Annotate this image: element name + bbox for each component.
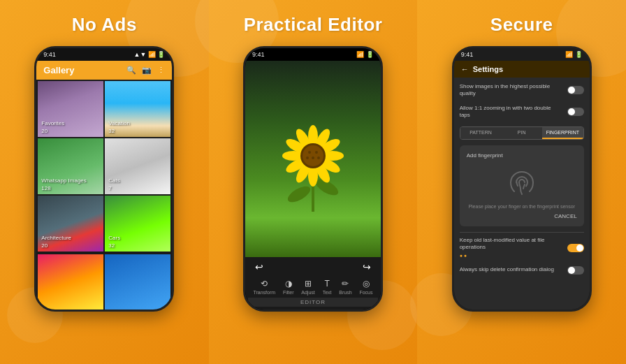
album-favorites-label: Favorites20 (41, 119, 64, 135)
panel-no-ads: No Ads 9:41 ▲▼ 📶 🔋 Gallery 🔍 📷 ⋮ (0, 0, 209, 364)
phone-screen-gallery: 9:41 ▲▼ 📶 🔋 Gallery 🔍 📷 ⋮ Favorites20 (36, 48, 172, 310)
tool-filter[interactable]: ◑ Filter (283, 279, 294, 295)
cancel-button[interactable]: CANCEL (467, 213, 577, 219)
time-1: 9:41 (43, 51, 56, 58)
editor-photo-area (245, 61, 381, 257)
divider-1 (460, 232, 584, 233)
svg-point-18 (315, 151, 318, 154)
toggle-modified[interactable] (567, 244, 584, 252)
security-tab-group: PATTERN PIN FINGERPRINT (460, 126, 584, 140)
setting-row-delete: Always skip delete confirmation dialog (460, 266, 584, 275)
tool-brush[interactable]: ✏ Brush (339, 279, 351, 295)
tool-label-filter: Filter (283, 290, 294, 295)
tool-label-text: Text (323, 290, 332, 295)
svg-point-19 (312, 156, 314, 159)
setting-row-modified: Keep old last-modified value at file ope… (460, 237, 584, 259)
tool-label-brush: Brush (339, 290, 351, 295)
gallery-title: Gallery (43, 65, 74, 75)
more-icon[interactable]: ⋮ (157, 66, 165, 75)
back-arrow-icon[interactable]: ← (461, 65, 469, 73)
setting-accent-1: ● ● (460, 252, 562, 259)
signal-icons-2: 📶 🔋 (356, 51, 374, 58)
album-extra[interactable] (105, 254, 170, 310)
setting-label-modified: Keep old last-modified value at file ope… (460, 237, 567, 259)
filter-icon: ◑ (285, 279, 292, 289)
svg-point-21 (317, 156, 320, 159)
fingerprint-hint: Please place your finger on the fingerpr… (467, 203, 577, 210)
settings-title: Settings (473, 65, 503, 73)
setting-label-delete: Always skip delete confirmation dialog (460, 266, 567, 273)
album-vacation-label: Vacation32 (108, 119, 130, 135)
tool-focus[interactable]: ◎ Focus (359, 279, 372, 295)
editor-controls: ↩ ↪ (248, 261, 378, 272)
toggle-quality[interactable] (567, 86, 584, 94)
editor-label-text: EDITOR (300, 299, 326, 305)
editor-tools: ⟲ Transform ◑ Filter ⊞ Adjust T Text (248, 276, 378, 298)
album-cars-label: Cars32 (108, 234, 120, 249)
redo-button[interactable]: ↪ (363, 261, 371, 272)
editor-toolbar: ↩ ↪ ⟲ Transform ◑ Filter ⊞ Adjust (245, 257, 381, 310)
toggle-zoom[interactable] (567, 108, 584, 116)
settings-content: Show images in the highest possible qual… (454, 78, 590, 310)
toggle-delete[interactable] (567, 266, 584, 275)
album-cars[interactable]: Cars32 (105, 196, 170, 252)
album-art[interactable] (38, 254, 103, 310)
gallery-action-icons: 🔍 📷 ⋮ (126, 66, 165, 75)
fingerprint-title: Add fingerprint (467, 152, 577, 159)
tool-label-transform: Transform (253, 290, 275, 295)
phone-gallery: 9:41 ▲▼ 📶 🔋 Gallery 🔍 📷 ⋮ Favorites20 (34, 46, 174, 312)
search-icon[interactable]: 🔍 (126, 66, 136, 75)
panel-secure: Secure 9:41 📶 🔋 ← Settings Show images i… (417, 0, 626, 364)
settings-header: ← Settings (454, 61, 590, 78)
album-favorites[interactable]: Favorites20 (38, 81, 103, 137)
setting-row-zoom: Allow 1:1 zooming in with two double tap… (460, 105, 584, 119)
time-3: 9:41 (461, 51, 474, 58)
signal-icons-3: 📶 🔋 (565, 51, 583, 58)
setting-row-quality: Show images in the highest possible qual… (460, 83, 584, 98)
tab-pin[interactable]: PIN (501, 127, 542, 139)
album-cats-label: Cats7 (108, 177, 119, 192)
album-whatsapp[interactable]: Whatsapp Images128 (38, 138, 103, 194)
fingerprint-icon (508, 168, 536, 196)
tool-transform[interactable]: ⟲ Transform (253, 279, 275, 295)
tab-fingerprint[interactable]: FINGERPRINT (542, 127, 583, 139)
fingerprint-section: Add fingerprint Please pla (460, 145, 584, 226)
signal-icons-1: ▲▼ 📶 🔋 (134, 51, 166, 58)
panel-editor: Practical Editor 9:41 📶 🔋 (209, 0, 418, 364)
tool-adjust[interactable]: ⊞ Adjust (301, 279, 314, 295)
gallery-grid: Favorites20 Vacation32 Whatsapp Images12… (36, 80, 172, 253)
tool-label-adjust: Adjust (301, 290, 314, 295)
svg-point-17 (308, 151, 311, 154)
svg-point-16 (303, 145, 323, 166)
tab-pattern[interactable]: PATTERN (460, 127, 502, 139)
gallery-grid-row4 (36, 253, 172, 310)
camera-icon[interactable]: 📷 (142, 66, 152, 75)
status-bar-2: 9:41 📶 🔋 (245, 48, 381, 61)
phone-settings: 9:41 📶 🔋 ← Settings Show images in the h… (452, 46, 592, 312)
panel-title-secure: Secure (490, 14, 553, 36)
album-vacation[interactable]: Vacation32 (105, 81, 170, 137)
album-arch-label: Architecture20 (41, 234, 71, 249)
time-2: 9:41 (252, 51, 265, 58)
adjust-icon: ⊞ (305, 279, 312, 289)
tool-text[interactable]: T Text (323, 279, 332, 295)
album-whatsapp-label: Whatsapp Images128 (41, 177, 86, 192)
text-icon: T (324, 279, 329, 289)
phone-screen-editor: 9:41 📶 🔋 (245, 48, 381, 310)
status-bar-3: 9:41 📶 🔋 (454, 48, 590, 61)
tool-label-focus: Focus (359, 290, 372, 295)
undo-button[interactable]: ↩ (255, 261, 263, 272)
focus-icon: ◎ (363, 279, 370, 289)
phone-editor: 9:41 📶 🔋 (243, 46, 383, 312)
brush-icon: ✏ (342, 279, 349, 289)
svg-point-20 (306, 156, 309, 159)
phone-screen-settings: 9:41 📶 🔋 ← Settings Show images in the h… (454, 48, 590, 310)
album-architecture[interactable]: Architecture20 (38, 196, 103, 252)
editor-label: EDITOR (248, 298, 378, 307)
svg-point-1 (285, 183, 312, 205)
album-cats[interactable]: Cats7 (105, 138, 170, 194)
setting-label-quality: Show images in the highest possible qual… (460, 83, 567, 98)
gallery-header: Gallery 🔍 📷 ⋮ (36, 61, 172, 80)
setting-label-zoom: Allow 1:1 zooming in with two double tap… (460, 105, 567, 119)
fingerprint-icon-container (467, 164, 577, 203)
